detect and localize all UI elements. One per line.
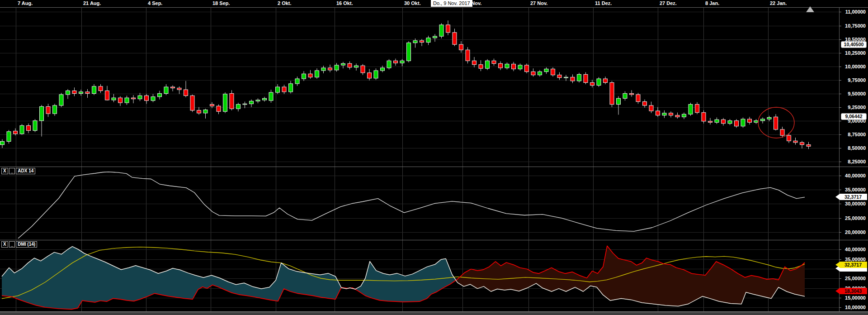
price-label: 9,50000 — [842, 91, 866, 96]
dmi-axis-label: 35,00000 — [842, 257, 866, 262]
axis-tick — [840, 232, 841, 233]
date-label: 2 Okt. — [278, 0, 292, 6]
dmi-adx-value-badge: 32,3717 — [835, 262, 867, 268]
main-adx-separator — [0, 167, 868, 167]
horizontal-scrollbar[interactable] — [0, 312, 868, 315]
date-tooltip: Do., 9 Nov. 2017 — [431, 0, 472, 7]
price-label: 8,25000 — [842, 159, 866, 164]
dmi-panel-title: DMI (14) — [16, 241, 37, 248]
axis-tick — [840, 67, 841, 67]
adx-value-badge: 32,3717 — [835, 194, 867, 200]
price-label: 10,25000 — [842, 50, 866, 56]
price-label: 9,75000 — [842, 77, 866, 83]
scroll-to-latest-icon[interactable] — [806, 6, 814, 12]
axis-tick — [840, 190, 841, 190]
axis-tick — [840, 218, 841, 219]
adx-dmi-separator — [0, 240, 868, 240]
date-label: 8 Jan. — [705, 0, 719, 6]
date-label: 21 Aug. — [83, 0, 101, 6]
trading-chart-window: 7 Aug.21 Aug.4 Sep.18 Sep.2 Okt.16 Okt.3… — [0, 0, 868, 315]
axis-tick — [840, 39, 841, 40]
axis-tick — [840, 80, 841, 81]
adx-panel-title: ADX 14 — [16, 168, 35, 174]
dmi-axis-label: 15,00000 — [842, 295, 866, 301]
dmi-bottom-separator — [0, 311, 868, 312]
dmi-close-button[interactable]: X — [1, 241, 8, 248]
dmi-panel-header: X _ DMI (14) — [1, 241, 37, 248]
adx-minimize-button[interactable]: _ — [9, 168, 15, 174]
axis-tick — [840, 134, 841, 135]
axis-tick — [840, 107, 841, 108]
price-label: 10,75000 — [842, 23, 866, 29]
axis-tick — [840, 204, 841, 204]
date-label: 16 Okt. — [336, 0, 353, 6]
dmi-axis-label: 25,00000 — [842, 276, 866, 281]
adx-close-button[interactable]: X — [1, 168, 8, 174]
date-label: 30 Okt. — [404, 0, 421, 6]
dmi-minus-di-value-badge: 18,3043 — [835, 288, 867, 294]
date-label: 27 Dez. — [660, 0, 677, 6]
price-label: 9,25000 — [842, 105, 866, 110]
dmi-minimize-button[interactable]: _ — [9, 241, 15, 248]
dmi-axis-label: 40,00000 — [842, 247, 866, 252]
axis-tick — [840, 249, 841, 250]
adx-axis-label: 20,00000 — [842, 229, 866, 235]
axis-tick — [840, 162, 841, 162]
adx-axis-label: 25,00000 — [842, 215, 866, 221]
axis-tick — [840, 278, 841, 279]
last-price-badge: 9,06442 — [841, 113, 867, 120]
axis-tick — [840, 53, 841, 53]
axis-tick — [840, 94, 841, 94]
price-axis[interactable]: 10,40500 9,06442 32,3717 32,3717 18,3043… — [839, 0, 868, 315]
axis-tick — [840, 148, 841, 148]
axis-tick — [840, 26, 841, 26]
price-label: 11,00000 — [842, 9, 866, 14]
axis-tick — [840, 307, 841, 308]
adx-axis-label: 40,00000 — [842, 173, 866, 178]
dmi-axis-label: 10,00000 — [842, 305, 866, 310]
date-label: 22 Jan. — [770, 0, 787, 6]
axis-tick — [840, 298, 841, 298]
price-label: 10,00000 — [842, 64, 866, 69]
date-label: 7 Aug. — [18, 0, 33, 6]
price-label: 8,75000 — [842, 132, 866, 137]
price-label: 8,50000 — [842, 145, 866, 151]
axis-tick — [840, 12, 841, 12]
date-label: 18 Sep. — [212, 0, 230, 6]
axis-tick — [840, 176, 841, 176]
price-marker-badge: 10,40500 — [841, 41, 867, 48]
chart-canvas[interactable] — [0, 0, 868, 315]
date-label: 11 Dez. — [595, 0, 612, 6]
date-label: 4 Sep. — [148, 0, 162, 6]
axis-tick — [840, 121, 841, 121]
adx-axis-label: 35,00000 — [842, 187, 866, 192]
axis-tick — [840, 259, 841, 260]
adx-axis-label: 30,00000 — [842, 201, 866, 206]
date-label: 27 Nov. — [530, 0, 547, 6]
adx-panel-header: X _ ADX 14 — [1, 168, 35, 174]
